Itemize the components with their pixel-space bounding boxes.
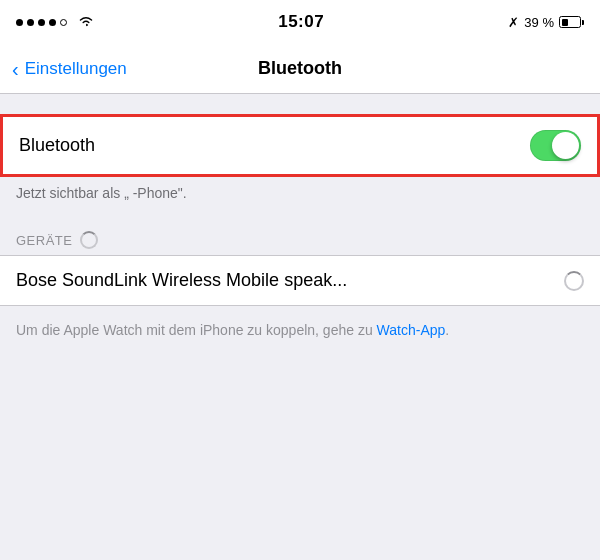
section-header-label: GERÄTE: [16, 233, 72, 248]
status-bar: 15:07 ✗ 39 %: [0, 0, 600, 44]
back-chevron-icon: ‹: [12, 59, 19, 79]
bluetooth-row: Bluetooth: [3, 117, 597, 174]
footer-text: Um die Apple Watch mit dem iPhone zu kop…: [0, 306, 600, 341]
device-loading-spinner: [564, 271, 584, 291]
back-label: Einstellungen: [25, 59, 127, 79]
battery-percent: 39 %: [524, 15, 554, 30]
dot-1: [16, 19, 23, 26]
toggle-knob: [552, 132, 579, 159]
status-time: 15:07: [278, 12, 324, 32]
dot-4: [49, 19, 56, 26]
bluetooth-toggle[interactable]: [530, 130, 581, 161]
dot-3: [38, 19, 45, 26]
status-left: [16, 14, 94, 30]
visibility-text: Jetzt sichtbar als „ -Phone".: [0, 177, 600, 213]
battery-fill: [562, 19, 568, 26]
footer-text-before: Um die Apple Watch mit dem iPhone zu kop…: [16, 322, 377, 338]
footer-text-after: .: [445, 322, 449, 338]
battery-body: [559, 16, 581, 28]
section-header: GERÄTE: [0, 213, 600, 255]
device-name: Bose SoundLink Wireless Mobile speak...: [16, 270, 347, 291]
nav-title: Bluetooth: [258, 58, 342, 79]
bluetooth-status-icon: ✗: [508, 15, 519, 30]
signal-dots: [16, 19, 67, 26]
dot-2: [27, 19, 34, 26]
loading-spinner: [80, 231, 98, 249]
dot-5: [60, 19, 67, 26]
status-right: ✗ 39 %: [508, 15, 584, 30]
device-section: Bose SoundLink Wireless Mobile speak...: [0, 255, 600, 306]
battery-tip: [582, 20, 584, 25]
device-row[interactable]: Bose SoundLink Wireless Mobile speak...: [0, 256, 600, 305]
bluetooth-label: Bluetooth: [19, 135, 95, 156]
wifi-icon: [78, 14, 94, 30]
watch-app-link[interactable]: Watch-App: [377, 322, 446, 338]
content: Bluetooth Jetzt sichtbar als „ -Phone". …: [0, 94, 600, 353]
bluetooth-section: Bluetooth: [0, 114, 600, 177]
battery-icon: [559, 16, 584, 28]
back-button[interactable]: ‹ Einstellungen: [12, 59, 127, 79]
nav-bar: ‹ Einstellungen Bluetooth: [0, 44, 600, 94]
